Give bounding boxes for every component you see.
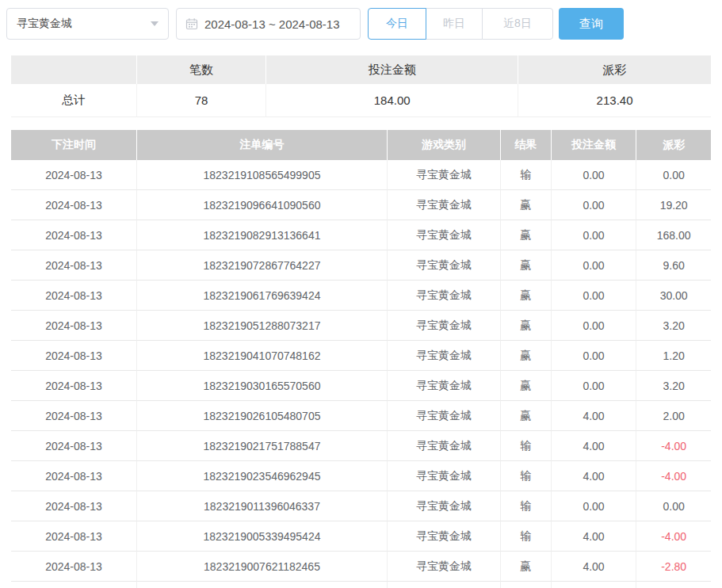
cell-result: 赢 [501, 552, 552, 582]
cell-bet-id: 1823219072867764227 [137, 250, 388, 281]
cell-result: 赢 [501, 250, 552, 281]
cell-date: 2024-08-13 [11, 401, 137, 431]
quick-filter-last-8-days[interactable]: 近8日 [482, 8, 553, 40]
cell-bet-amount: 4.00 [552, 431, 637, 461]
cell-game: 寻宝黄金城 [388, 311, 501, 341]
calendar-icon [185, 17, 198, 30]
cell-bet-id: 1823219007621182465 [137, 552, 388, 582]
cell-game: 寻宝黄金城 [388, 431, 501, 461]
cell-payout: 0.00 [636, 491, 711, 521]
cell-payout: 2.00 [636, 401, 711, 431]
cell-empty [552, 582, 637, 588]
cell-date: 2024-08-13 [11, 190, 137, 220]
cell-result: 赢 [501, 401, 552, 431]
date-range-value: 2024-08-13 ~ 2024-08-13 [204, 17, 340, 31]
cell-bet-id: 1823219030165570560 [137, 371, 388, 401]
cell-bet-amount: 0.00 [552, 311, 637, 341]
cell-bet-id: 1823219061769639424 [137, 281, 388, 311]
cell-date: 2024-08-13 [11, 431, 137, 461]
cell-game: 寻宝黄金城 [388, 521, 501, 552]
cell-bet-amount: 0.00 [552, 491, 637, 521]
cell-date: 2024-08-13 [11, 371, 137, 401]
cell-payout: -4.00 [636, 431, 711, 461]
cell-date: 2024-08-13 [11, 341, 137, 371]
detail-header-cell: 下注时间 [11, 130, 137, 160]
cell-payout: 3.20 [636, 371, 711, 401]
cell-bet-amount: 0.00 [552, 281, 637, 311]
cell-payout: 9.60 [636, 250, 711, 281]
detail-header-cell: 游戏类别 [388, 130, 501, 160]
cell-payout: 168.00 [636, 220, 711, 250]
date-range-input[interactable]: 2024-08-13 ~ 2024-08-13 [176, 8, 361, 40]
cell-date: 2024-08-13 [11, 250, 137, 281]
cell-bet-amount: 0.00 [552, 341, 637, 371]
cell-bet-id: 1823219096641090560 [137, 190, 388, 220]
cell-payout: -2.80 [636, 552, 711, 582]
cell-date: 2024-08-13 [11, 281, 137, 311]
cell-empty [636, 582, 711, 588]
table-row: 2024-08-131823219041070748162寻宝黄金城赢0.001… [11, 341, 711, 371]
summary-header-row: 笔数投注金额派彩 [11, 55, 711, 84]
cell-bet-id: 1823219005339495424 [137, 521, 388, 552]
cell-result: 输 [501, 461, 552, 491]
query-button[interactable]: 查询 [559, 8, 624, 40]
table-row: 2024-08-131823219082913136641寻宝黄金城赢0.001… [11, 220, 711, 250]
table-row-partial [11, 582, 711, 588]
cell-game: 寻宝黄金城 [388, 250, 501, 281]
cell-payout: 19.20 [636, 190, 711, 220]
cell-payout: 0.00 [636, 160, 711, 190]
cell-game: 寻宝黄金城 [388, 190, 501, 220]
summary-header-cell: 投注金额 [266, 55, 518, 84]
detail-header-cell: 投注金额 [552, 130, 637, 160]
detail-header-cell: 派彩 [636, 130, 711, 160]
cell-date: 2024-08-13 [11, 160, 137, 190]
summary-total-value: 213.40 [518, 84, 711, 117]
cell-result: 输 [501, 521, 552, 552]
summary-header-cell [11, 55, 137, 84]
cell-bet-amount: 0.00 [552, 220, 637, 250]
quick-filter-today[interactable]: 今日 [368, 8, 426, 40]
cell-bet-id: 1823219011396046337 [137, 491, 388, 521]
cell-date: 2024-08-13 [11, 461, 137, 491]
cell-bet-amount: 4.00 [552, 461, 637, 491]
cell-date: 2024-08-13 [11, 552, 137, 582]
cell-game: 寻宝黄金城 [388, 341, 501, 371]
cell-result: 输 [501, 160, 552, 190]
cell-date: 2024-08-13 [11, 220, 137, 250]
cell-bet-amount: 4.00 [552, 521, 637, 552]
table-row: 2024-08-131823219023546962945寻宝黄金城输4.00-… [11, 461, 711, 491]
cell-empty [388, 582, 501, 588]
cell-bet-amount: 0.00 [552, 250, 637, 281]
cell-result: 赢 [501, 220, 552, 250]
caret-down-icon [151, 21, 159, 26]
cell-date: 2024-08-13 [11, 311, 137, 341]
cell-bet-amount: 4.00 [552, 401, 637, 431]
toolbar: 寻宝黄金城 2024-08-13 ~ 2024-08-13 今日昨日近8日 查询 [0, 0, 722, 40]
quick-filter-yesterday[interactable]: 昨日 [426, 8, 483, 40]
cell-result: 输 [501, 491, 552, 521]
cell-date: 2024-08-13 [11, 521, 137, 552]
cell-bet-id: 1823219082913136641 [137, 220, 388, 250]
cell-empty [137, 582, 388, 588]
detail-header-row: 下注时间注单编号游戏类别结果投注金额派彩 [11, 130, 711, 160]
cell-game: 寻宝黄金城 [388, 401, 501, 431]
cell-payout: -4.00 [636, 461, 711, 491]
table-row: 2024-08-131823219096641090560寻宝黄金城赢0.001… [11, 190, 711, 220]
summary-header-cell: 笔数 [137, 55, 266, 84]
summary-total-value: 78 [137, 84, 266, 117]
table-row: 2024-08-131823219051288073217寻宝黄金城赢0.003… [11, 311, 711, 341]
cell-date: 2024-08-13 [11, 491, 137, 521]
game-select[interactable]: 寻宝黄金城 [6, 8, 169, 40]
cell-game: 寻宝黄金城 [388, 461, 501, 491]
cell-result: 赢 [501, 190, 552, 220]
cell-game: 寻宝黄金城 [388, 281, 501, 311]
cell-empty [11, 582, 137, 588]
detail-table-body: 2024-08-131823219108565499905寻宝黄金城输0.000… [11, 160, 711, 588]
cell-payout: 1.20 [636, 341, 711, 371]
cell-result: 赢 [501, 311, 552, 341]
cell-payout: 3.20 [636, 311, 711, 341]
quick-filter-group: 今日昨日近8日 [368, 8, 553, 40]
cell-bet-amount: 4.00 [552, 552, 637, 582]
detail-table: 下注时间注单编号游戏类别结果投注金额派彩 2024-08-13182321910… [11, 130, 711, 588]
summary-total-value: 184.00 [266, 84, 518, 117]
